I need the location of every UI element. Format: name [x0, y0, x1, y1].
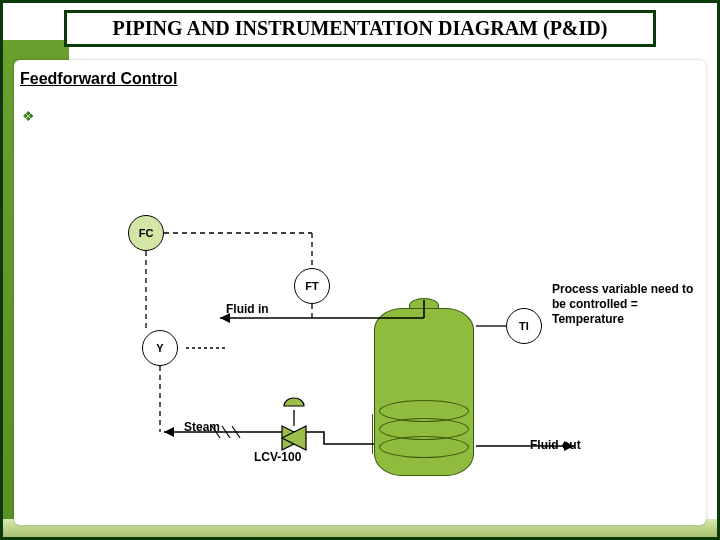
coil-inlet-stub [372, 414, 382, 454]
content-panel: Feedforward Control ❖ FC FT Y TI Fluid i… [14, 60, 706, 525]
heating-coil [379, 436, 469, 458]
pid-diagram: FC FT Y TI Fluid in Steam LCV-100 Fluid … [14, 60, 706, 525]
instrument-fc: FC [128, 215, 164, 251]
svg-marker-10 [282, 426, 306, 450]
page-title: PIPING AND INSTRUMENTATION DIAGRAM (P&ID… [64, 10, 656, 47]
label-steam: Steam [184, 420, 220, 434]
instrument-ft: FT [294, 268, 330, 304]
svg-marker-9 [282, 426, 306, 450]
instrument-ti: TI [506, 308, 542, 344]
instrument-y: Y [142, 330, 178, 366]
svg-marker-8 [164, 427, 174, 437]
process-note: Process variable need to be controlled =… [552, 282, 702, 327]
svg-line-12 [222, 426, 230, 438]
label-lcv-tag: LCV-100 [254, 450, 301, 464]
label-fluid-out: Fluid out [530, 438, 581, 452]
svg-line-13 [232, 426, 240, 438]
label-fluid-in: Fluid in [226, 302, 269, 316]
